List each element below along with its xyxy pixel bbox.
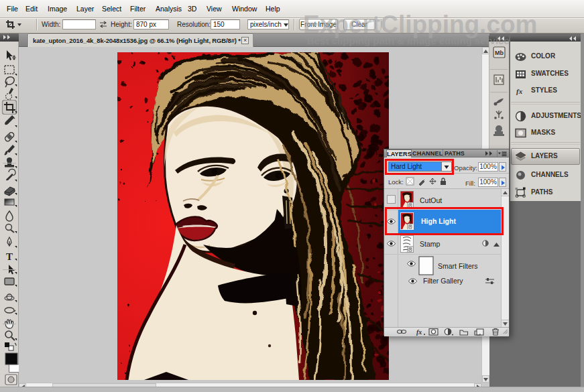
svg-text:fx: fx [416,328,422,336]
svg-text:Mb: Mb [495,50,504,56]
svg-text:T: T [6,251,13,262]
svg-text:fx: fx [516,87,523,95]
